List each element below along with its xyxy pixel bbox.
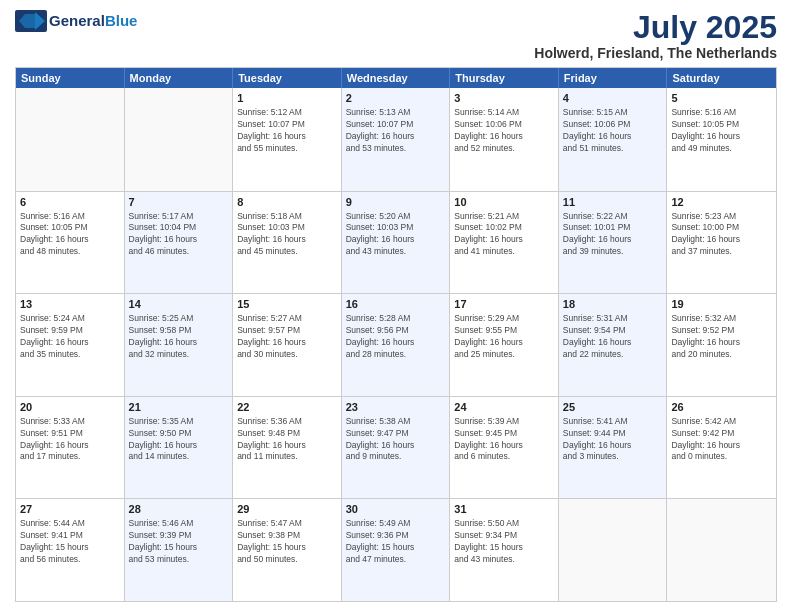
- month-title: July 2025: [534, 10, 777, 45]
- calendar: Sunday Monday Tuesday Wednesday Thursday…: [15, 67, 777, 602]
- cell-text: Sunrise: 5:12 AM Sunset: 10:07 PM Daylig…: [237, 107, 337, 155]
- calendar-cell: 8Sunrise: 5:18 AM Sunset: 10:03 PM Dayli…: [233, 192, 342, 294]
- calendar-cell: 9Sunrise: 5:20 AM Sunset: 10:03 PM Dayli…: [342, 192, 451, 294]
- day-number: 9: [346, 195, 446, 210]
- day-number: 25: [563, 400, 663, 415]
- calendar-cell: 14Sunrise: 5:25 AM Sunset: 9:58 PM Dayli…: [125, 294, 234, 396]
- day-number: 14: [129, 297, 229, 312]
- cell-text: Sunrise: 5:24 AM Sunset: 9:59 PM Dayligh…: [20, 313, 120, 361]
- logo-icon: [15, 10, 47, 32]
- header-tuesday: Tuesday: [233, 68, 342, 88]
- calendar-row: 1Sunrise: 5:12 AM Sunset: 10:07 PM Dayli…: [16, 88, 776, 191]
- cell-text: Sunrise: 5:20 AM Sunset: 10:03 PM Daylig…: [346, 211, 446, 259]
- cell-text: Sunrise: 5:18 AM Sunset: 10:03 PM Daylig…: [237, 211, 337, 259]
- cell-text: Sunrise: 5:47 AM Sunset: 9:38 PM Dayligh…: [237, 518, 337, 566]
- calendar-row: 27Sunrise: 5:44 AM Sunset: 9:41 PM Dayli…: [16, 498, 776, 601]
- calendar-cell: 20Sunrise: 5:33 AM Sunset: 9:51 PM Dayli…: [16, 397, 125, 499]
- calendar-cell: [125, 88, 234, 191]
- calendar-cell: 24Sunrise: 5:39 AM Sunset: 9:45 PM Dayli…: [450, 397, 559, 499]
- cell-text: Sunrise: 5:46 AM Sunset: 9:39 PM Dayligh…: [129, 518, 229, 566]
- cell-text: Sunrise: 5:31 AM Sunset: 9:54 PM Dayligh…: [563, 313, 663, 361]
- calendar-cell: 6Sunrise: 5:16 AM Sunset: 10:05 PM Dayli…: [16, 192, 125, 294]
- calendar-cell: 23Sunrise: 5:38 AM Sunset: 9:47 PM Dayli…: [342, 397, 451, 499]
- day-number: 8: [237, 195, 337, 210]
- calendar-cell: 22Sunrise: 5:36 AM Sunset: 9:48 PM Dayli…: [233, 397, 342, 499]
- cell-text: Sunrise: 5:23 AM Sunset: 10:00 PM Daylig…: [671, 211, 772, 259]
- cell-text: Sunrise: 5:13 AM Sunset: 10:07 PM Daylig…: [346, 107, 446, 155]
- calendar-cell: [559, 499, 668, 601]
- day-number: 22: [237, 400, 337, 415]
- day-number: 19: [671, 297, 772, 312]
- calendar-cell: 29Sunrise: 5:47 AM Sunset: 9:38 PM Dayli…: [233, 499, 342, 601]
- logo-general: General: [49, 12, 105, 29]
- cell-text: Sunrise: 5:22 AM Sunset: 10:01 PM Daylig…: [563, 211, 663, 259]
- cell-text: Sunrise: 5:16 AM Sunset: 10:05 PM Daylig…: [20, 211, 120, 259]
- location: Holwerd, Friesland, The Netherlands: [534, 45, 777, 61]
- day-number: 12: [671, 195, 772, 210]
- header-wednesday: Wednesday: [342, 68, 451, 88]
- day-number: 23: [346, 400, 446, 415]
- day-number: 28: [129, 502, 229, 517]
- cell-text: Sunrise: 5:41 AM Sunset: 9:44 PM Dayligh…: [563, 416, 663, 464]
- calendar-cell: 30Sunrise: 5:49 AM Sunset: 9:36 PM Dayli…: [342, 499, 451, 601]
- calendar-cell: 5Sunrise: 5:16 AM Sunset: 10:05 PM Dayli…: [667, 88, 776, 191]
- page: GeneralBlue July 2025 Holwerd, Friesland…: [0, 0, 792, 612]
- cell-text: Sunrise: 5:27 AM Sunset: 9:57 PM Dayligh…: [237, 313, 337, 361]
- cell-text: Sunrise: 5:21 AM Sunset: 10:02 PM Daylig…: [454, 211, 554, 259]
- day-number: 17: [454, 297, 554, 312]
- day-number: 1: [237, 91, 337, 106]
- calendar-cell: 19Sunrise: 5:32 AM Sunset: 9:52 PM Dayli…: [667, 294, 776, 396]
- calendar-cell: [667, 499, 776, 601]
- calendar-cell: 26Sunrise: 5:42 AM Sunset: 9:42 PM Dayli…: [667, 397, 776, 499]
- day-number: 21: [129, 400, 229, 415]
- calendar-cell: 21Sunrise: 5:35 AM Sunset: 9:50 PM Dayli…: [125, 397, 234, 499]
- calendar-cell: 15Sunrise: 5:27 AM Sunset: 9:57 PM Dayli…: [233, 294, 342, 396]
- day-number: 18: [563, 297, 663, 312]
- day-number: 29: [237, 502, 337, 517]
- cell-text: Sunrise: 5:44 AM Sunset: 9:41 PM Dayligh…: [20, 518, 120, 566]
- logo-blue: Blue: [105, 12, 138, 29]
- calendar-cell: 3Sunrise: 5:14 AM Sunset: 10:06 PM Dayli…: [450, 88, 559, 191]
- cell-text: Sunrise: 5:39 AM Sunset: 9:45 PM Dayligh…: [454, 416, 554, 464]
- day-number: 2: [346, 91, 446, 106]
- calendar-cell: 11Sunrise: 5:22 AM Sunset: 10:01 PM Dayl…: [559, 192, 668, 294]
- calendar-cell: 10Sunrise: 5:21 AM Sunset: 10:02 PM Dayl…: [450, 192, 559, 294]
- header-friday: Friday: [559, 68, 668, 88]
- cell-text: Sunrise: 5:49 AM Sunset: 9:36 PM Dayligh…: [346, 518, 446, 566]
- calendar-row: 13Sunrise: 5:24 AM Sunset: 9:59 PM Dayli…: [16, 293, 776, 396]
- header-sunday: Sunday: [16, 68, 125, 88]
- day-number: 30: [346, 502, 446, 517]
- cell-text: Sunrise: 5:16 AM Sunset: 10:05 PM Daylig…: [671, 107, 772, 155]
- day-number: 3: [454, 91, 554, 106]
- calendar-cell: 13Sunrise: 5:24 AM Sunset: 9:59 PM Dayli…: [16, 294, 125, 396]
- cell-text: Sunrise: 5:33 AM Sunset: 9:51 PM Dayligh…: [20, 416, 120, 464]
- day-number: 24: [454, 400, 554, 415]
- cell-text: Sunrise: 5:50 AM Sunset: 9:34 PM Dayligh…: [454, 518, 554, 566]
- day-number: 10: [454, 195, 554, 210]
- cell-text: Sunrise: 5:28 AM Sunset: 9:56 PM Dayligh…: [346, 313, 446, 361]
- logo: GeneralBlue: [15, 10, 137, 32]
- header-saturday: Saturday: [667, 68, 776, 88]
- calendar-cell: 16Sunrise: 5:28 AM Sunset: 9:56 PM Dayli…: [342, 294, 451, 396]
- calendar-cell: 18Sunrise: 5:31 AM Sunset: 9:54 PM Dayli…: [559, 294, 668, 396]
- cell-text: Sunrise: 5:17 AM Sunset: 10:04 PM Daylig…: [129, 211, 229, 259]
- calendar-cell: 17Sunrise: 5:29 AM Sunset: 9:55 PM Dayli…: [450, 294, 559, 396]
- calendar-cell: 2Sunrise: 5:13 AM Sunset: 10:07 PM Dayli…: [342, 88, 451, 191]
- header-thursday: Thursday: [450, 68, 559, 88]
- day-number: 4: [563, 91, 663, 106]
- cell-text: Sunrise: 5:14 AM Sunset: 10:06 PM Daylig…: [454, 107, 554, 155]
- calendar-cell: 25Sunrise: 5:41 AM Sunset: 9:44 PM Dayli…: [559, 397, 668, 499]
- cell-text: Sunrise: 5:38 AM Sunset: 9:47 PM Dayligh…: [346, 416, 446, 464]
- calendar-cell: 7Sunrise: 5:17 AM Sunset: 10:04 PM Dayli…: [125, 192, 234, 294]
- calendar-cell: [16, 88, 125, 191]
- day-number: 15: [237, 297, 337, 312]
- calendar-cell: 12Sunrise: 5:23 AM Sunset: 10:00 PM Dayl…: [667, 192, 776, 294]
- day-number: 13: [20, 297, 120, 312]
- cell-text: Sunrise: 5:25 AM Sunset: 9:58 PM Dayligh…: [129, 313, 229, 361]
- day-number: 6: [20, 195, 120, 210]
- calendar-row: 20Sunrise: 5:33 AM Sunset: 9:51 PM Dayli…: [16, 396, 776, 499]
- calendar-cell: 4Sunrise: 5:15 AM Sunset: 10:06 PM Dayli…: [559, 88, 668, 191]
- cell-text: Sunrise: 5:35 AM Sunset: 9:50 PM Dayligh…: [129, 416, 229, 464]
- day-number: 26: [671, 400, 772, 415]
- calendar-cell: 28Sunrise: 5:46 AM Sunset: 9:39 PM Dayli…: [125, 499, 234, 601]
